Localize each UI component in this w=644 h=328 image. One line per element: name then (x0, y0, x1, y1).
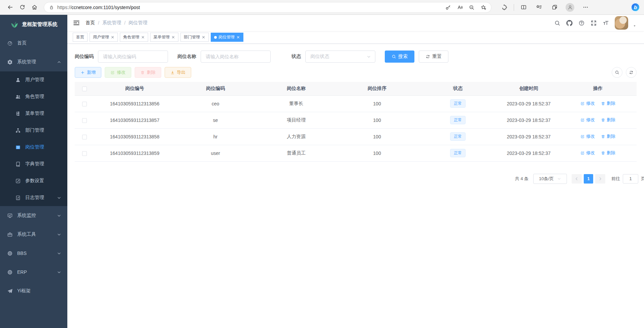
caret-down-icon[interactable] (633, 24, 637, 28)
sidebar-item-department-management[interactable]: 部门管理 (0, 122, 67, 139)
reset-button[interactable]: 重置 (419, 51, 448, 63)
breadcrumb-post: 岗位管理 (129, 20, 147, 26)
edit-button[interactable]: 修改 (105, 67, 131, 78)
post-name-label: 岗位名称 (177, 54, 196, 60)
row-edit-link[interactable]: 修改 (580, 150, 595, 156)
refresh-icon (426, 54, 430, 59)
split-screen-icon[interactable] (517, 2, 530, 13)
sidebar-item-role-management[interactable]: 角色管理 (0, 88, 67, 105)
page-size-select[interactable]: 10条/页 (533, 174, 567, 184)
breadcrumb-home[interactable]: 首页 (86, 20, 95, 26)
status-label: 状态 (292, 54, 301, 60)
chevron-up-icon (57, 60, 61, 64)
tab-role-management[interactable]: 角色管理 (120, 33, 148, 42)
close-icon[interactable] (111, 35, 114, 39)
browser-menu-button[interactable] (579, 2, 591, 13)
sidebar-item-yi-framework[interactable]: Yi框架 (0, 282, 67, 300)
sidebar-item-dict-management[interactable]: 字典管理 (0, 156, 67, 172)
read-aloud-icon[interactable] (457, 4, 463, 10)
sidebar-collapse-icon[interactable] (73, 19, 80, 27)
tab-user-management[interactable]: 用户管理 (90, 33, 118, 42)
row-checkbox[interactable] (82, 118, 87, 123)
favorites-icon[interactable] (533, 2, 545, 13)
post-name-input[interactable] (201, 51, 271, 63)
user-avatar[interactable] (615, 16, 628, 30)
row-checkbox[interactable] (82, 135, 87, 139)
row-edit-link[interactable]: 修改 (580, 133, 595, 139)
sidebar-item-system-monitor[interactable]: 系统监控 (0, 206, 67, 225)
sidebar-item-post-management[interactable]: 岗位管理 (0, 139, 67, 156)
browser-home-button[interactable] (28, 2, 40, 13)
sidebar-item-menu-management[interactable]: 菜单管理 (0, 105, 67, 122)
search-icon[interactable] (554, 20, 561, 26)
close-icon[interactable] (171, 35, 175, 39)
toolbar-divider (514, 4, 514, 11)
font-size-icon[interactable] (603, 20, 609, 26)
sidebar-item-bbs[interactable]: BBS (0, 244, 67, 263)
show-search-toggle-button[interactable] (612, 67, 622, 78)
browser-profile-button[interactable] (564, 2, 576, 13)
fullscreen-icon[interactable] (590, 20, 597, 26)
trash-icon (601, 134, 605, 139)
row-checkbox[interactable] (82, 102, 87, 106)
active-tab-dot (214, 36, 217, 39)
close-icon[interactable] (236, 35, 240, 39)
cell-post-id: 1641030593112313858 (94, 128, 175, 145)
status-select[interactable]: 岗位状态 (305, 51, 375, 63)
row-delete-link[interactable]: 删除 (601, 117, 615, 123)
select-all-checkbox[interactable] (82, 87, 87, 91)
prev-page-button[interactable] (572, 174, 582, 184)
sidebar-item-user-management[interactable]: 用户管理 (0, 71, 67, 88)
cell-post-code: ceo (175, 95, 256, 112)
column-created: 创建时间 (498, 82, 559, 95)
row-edit-link[interactable]: 修改 (580, 117, 595, 123)
row-delete-link[interactable]: 删除 (601, 100, 615, 106)
zoom-out-icon[interactable] (469, 4, 475, 10)
tab-home[interactable]: 首页 (73, 33, 88, 42)
close-icon[interactable] (141, 35, 145, 39)
add-button[interactable]: 新增 (75, 67, 101, 78)
edit-square-icon (580, 134, 585, 139)
table-toolbar: 新增 修改 删除 导出 (75, 67, 637, 78)
export-button[interactable]: 导出 (165, 67, 191, 78)
post-table: 岗位编号 岗位编码 岗位名称 岗位排序 状态 创建时间 操作 164103059… (75, 82, 637, 162)
url-text: https://ccnetcore.com:1101/system/post (57, 5, 140, 10)
help-icon[interactable] (578, 20, 585, 26)
collections-icon[interactable] (548, 2, 561, 13)
sidebar-item-log-management[interactable]: 日志管理 (0, 189, 67, 206)
refresh-table-button[interactable] (626, 67, 637, 78)
site-lock-icon[interactable] (49, 5, 54, 10)
badge-icon (15, 144, 21, 150)
sidebar-item-erp[interactable]: ERP (0, 263, 67, 282)
browser-toolbar: https://ccnetcore.com:1101/system/post b (0, 0, 644, 15)
download-icon (170, 70, 175, 75)
password-key-icon[interactable] (445, 4, 451, 10)
cell-post-code: hr (175, 128, 256, 145)
row-checkbox[interactable] (82, 151, 87, 156)
row-delete-link[interactable]: 删除 (601, 133, 615, 139)
sidebar-item-system-tools[interactable]: 系统工具 (0, 225, 67, 244)
browser-refresh-button[interactable] (16, 2, 28, 13)
close-icon[interactable] (202, 35, 205, 39)
github-icon[interactable] (566, 20, 573, 26)
sidebar-item-home[interactable]: 首页 (0, 34, 67, 53)
copilot-icon[interactable]: b (631, 3, 640, 12)
extensions-icon[interactable] (498, 2, 510, 13)
tab-post-management[interactable]: 岗位管理 (211, 33, 243, 42)
address-bar[interactable]: https://ccnetcore.com:1101/system/post (44, 2, 492, 13)
post-code-input[interactable] (98, 51, 168, 63)
row-delete-link[interactable]: 删除 (601, 150, 615, 156)
sidebar-item-parameter-settings[interactable]: 参数设置 (0, 172, 67, 189)
goto-page-input[interactable] (623, 174, 638, 184)
trash-icon (601, 151, 605, 155)
search-button[interactable]: 搜索 (385, 51, 414, 63)
row-edit-link[interactable]: 修改 (580, 100, 595, 106)
sidebar-item-system-management[interactable]: 系统管理 (0, 53, 67, 71)
tab-menu-management[interactable]: 菜单管理 (150, 33, 178, 42)
delete-button[interactable]: 删除 (135, 67, 161, 78)
page-number-button[interactable]: 1 (584, 174, 593, 184)
tab-department-management[interactable]: 部门管理 (180, 33, 209, 42)
add-favorite-icon[interactable] (480, 4, 486, 10)
next-page-button[interactable] (595, 174, 605, 184)
browser-back-button[interactable] (4, 2, 16, 13)
